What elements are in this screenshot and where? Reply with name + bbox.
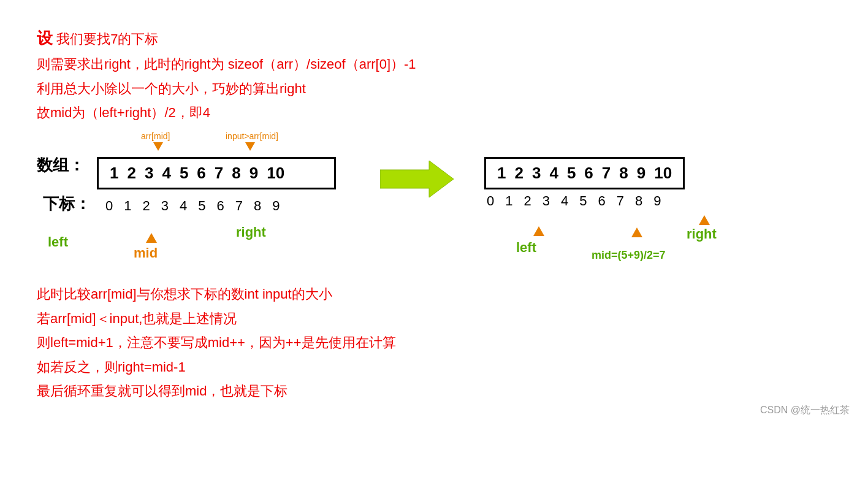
left-index-row: 0 1 2 3 4 5 6 7 8 9 <box>99 198 280 214</box>
right-index-row: 0 1 2 3 4 5 6 7 8 9 <box>484 193 754 209</box>
arrow-down-input <box>245 142 255 153</box>
arrow-up-mid <box>146 233 157 245</box>
array-label: 数组： <box>37 155 85 176</box>
left-array-box: 1 2 3 4 5 6 7 8 9 10 <box>97 157 336 189</box>
right-arrow-up-left <box>533 226 544 239</box>
right-mid-label: mid=(5+9)/2=7 <box>592 249 666 262</box>
arr-mid-label: arr[mid] <box>141 131 170 141</box>
bottom-line2: 若arr[mid]＜input,也就是上述情况 <box>37 307 831 330</box>
intro-line2: 则需要求出right，此时的right为 sizeof（arr）/sizeof（… <box>37 53 831 75</box>
right-label: right <box>236 224 266 240</box>
svg-marker-0 <box>380 161 454 197</box>
indicator-row: left right mid <box>43 215 349 264</box>
right-section: 1 2 3 4 5 6 7 8 9 10 0 1 2 3 4 <box>484 130 754 270</box>
right-indicator-row: left right mid=(5+9)/2=7 <box>484 209 754 270</box>
right-arrow-up-right <box>699 215 710 227</box>
arrow-down-arrMid <box>153 142 163 153</box>
bottom-line5: 最后循环重复就可以得到mid，也就是下标 <box>37 380 831 402</box>
she-char: 设 <box>37 29 53 47</box>
right-left-label: left <box>516 240 536 256</box>
right-array-box: 1 2 3 4 5 6 7 8 9 10 <box>484 157 685 189</box>
watermark: CSDN @统一热红茶 <box>760 404 850 417</box>
right-right-label: right <box>687 226 717 242</box>
bottom-line1: 此时比较arr[mid]与你想求下标的数int input的大小 <box>37 283 831 305</box>
index-label: 下标： <box>43 193 91 215</box>
big-arrow <box>380 161 454 197</box>
intro-line4: 故mid为（left+right）/2，即4 <box>37 101 831 124</box>
main-container: 设 我们要找7的下标 则需要求出right，此时的right为 sizeof（a… <box>0 0 868 428</box>
mid-label: mid <box>134 245 158 261</box>
intro-line1: 设 我们要找7的下标 <box>37 25 831 52</box>
right-arrow-up-mid <box>631 227 642 240</box>
intro-line3: 利用总大小除以一个的大小，巧妙的算出right <box>37 77 831 100</box>
bottom-line3: 则left=mid+1，注意不要写成mid++，因为++是先使用在计算 <box>37 331 831 354</box>
intro-text1: 我们要找7的下标 <box>56 31 158 47</box>
left-label: left <box>48 234 68 250</box>
bottom-texts: 此时比较arr[mid]与你想求下标的数int input的大小 若arr[mi… <box>37 283 831 402</box>
input-arr-label: input>arr[mid] <box>226 131 278 141</box>
bottom-line4: 如若反之，则right=mid-1 <box>37 356 831 378</box>
